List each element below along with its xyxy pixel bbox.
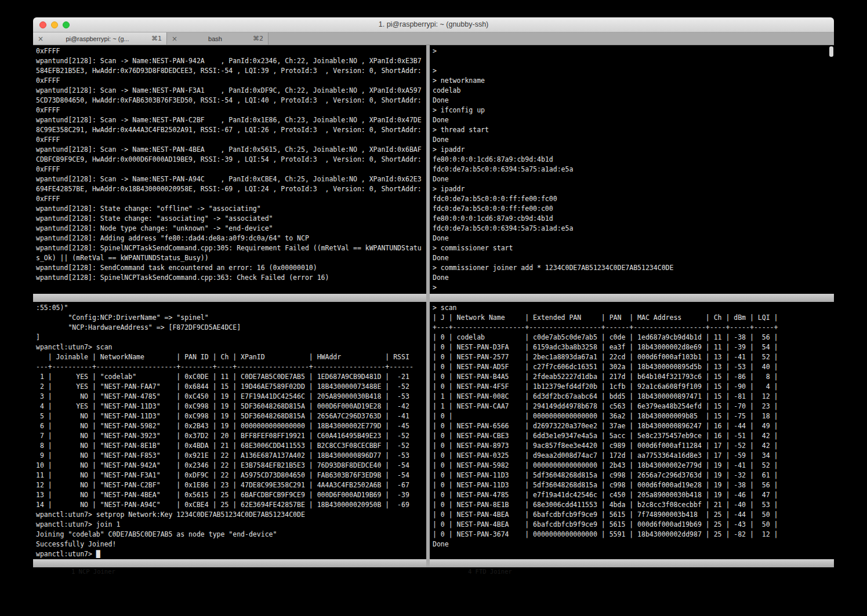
traffic-lights xyxy=(39,21,70,28)
terminal-output-ftd-commissioner: > > > networkname codelab Done > ifconfi… xyxy=(430,45,834,293)
pane-wpantund[interactable]: 0xFFFF wpantund[2128]: Scan -> Name:NEST… xyxy=(33,45,426,294)
pane-title: 4 FTD Joiner xyxy=(468,568,512,575)
pane-ftd-joiner[interactable]: > scan | J | Network Name | Extended PAN… xyxy=(430,302,834,559)
terminal-area: 0xFFFF wpantund[2128]: Scan -> Name:NEST… xyxy=(33,45,834,588)
tab-bash[interactable]: × bash ⌘2 xyxy=(167,32,269,45)
tab-shortcut: ⌘2 xyxy=(253,35,263,42)
window-titlebar[interactable]: 1. pi@raspberrypi: ~ (gnubby-ssh) xyxy=(33,17,834,32)
pane-statusbar-ftd-joiner: 4 FTD Joiner xyxy=(430,559,834,567)
tab-label: pi@raspberrypi: ~ (g... xyxy=(47,35,148,42)
pane-statusbar-wpantund: 0 wpantund xyxy=(33,294,426,302)
pane-title: 1 NCP Joiner xyxy=(71,568,115,575)
tab-shortcut: ⌘1 xyxy=(151,35,162,42)
close-window-button[interactable] xyxy=(39,21,46,28)
tab-label: bash xyxy=(181,35,249,42)
minimize-window-button[interactable] xyxy=(51,21,58,28)
pane-ftd-commissioner[interactable]: > > > networkname codelab Done > ifconfi… xyxy=(430,45,834,294)
window-title: 1. pi@raspberrypi: ~ (gnubby-ssh) xyxy=(33,17,834,32)
zoom-window-button[interactable] xyxy=(63,21,70,28)
pane-statusbar-ftd-commissioner: 3 FTD Commissioner xyxy=(430,294,834,302)
pane-ncp-joiner[interactable]: :55:05)" "Config:NCP:DriverName" => "spi… xyxy=(33,302,426,559)
tab-ssh-session[interactable]: × pi@raspberrypi: ~ (g... ⌘1 xyxy=(33,32,167,45)
pane-statusbar-ncp-joiner: 1 NCP Joiner xyxy=(33,559,426,567)
close-tab-icon[interactable]: × xyxy=(172,35,177,43)
terminal-output-ncp-joiner: :55:05)" "Config:NCP:DriverName" => "spi… xyxy=(33,302,426,559)
tab-bar: × pi@raspberrypi: ~ (g... ⌘1 × bash ⌘2 xyxy=(33,32,834,45)
scrollbar-thumb[interactable] xyxy=(829,46,833,57)
terminal-output-wpantund: 0xFFFF wpantund[2128]: Scan -> Name:NEST… xyxy=(33,45,426,283)
close-tab-icon[interactable]: × xyxy=(38,35,43,43)
terminal-window: 1. pi@raspberrypi: ~ (gnubby-ssh) × pi@r… xyxy=(33,17,834,588)
terminal-output-ftd-joiner: > scan | J | Network Name | Extended PAN… xyxy=(430,302,834,549)
